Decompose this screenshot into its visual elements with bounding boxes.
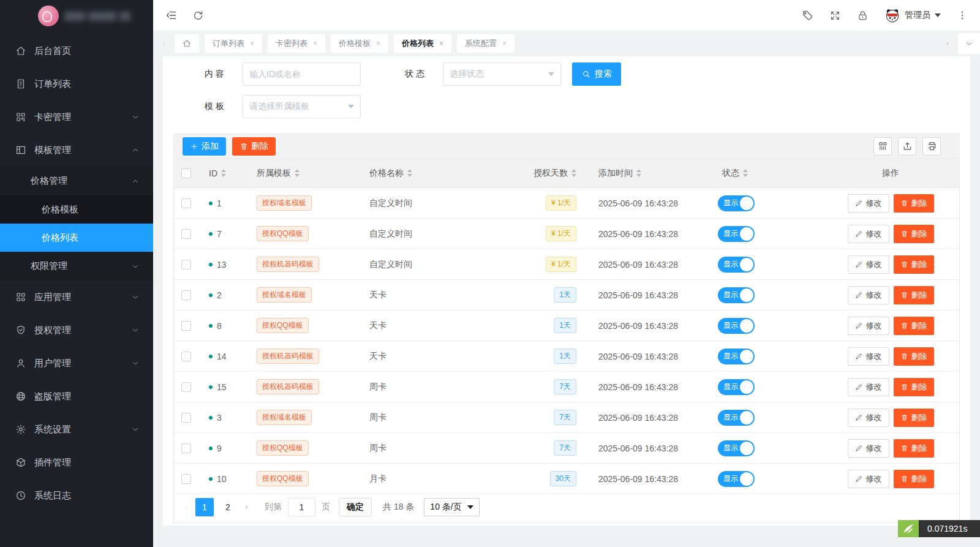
content-search-input[interactable]: [243, 62, 361, 86]
print-button[interactable]: [922, 137, 941, 156]
status-toggle[interactable]: 显示: [718, 471, 755, 487]
user-menu[interactable]: 管理员: [884, 7, 941, 23]
tab-card-list[interactable]: 卡密列表 ×: [268, 34, 325, 53]
kebab-menu-icon[interactable]: [957, 10, 968, 21]
modify-button[interactable]: 修改: [848, 225, 889, 243]
batch-delete-button[interactable]: 删除: [232, 137, 276, 156]
export-button[interactable]: [898, 137, 916, 156]
tab-order-list[interactable]: 订单列表 ×: [205, 34, 262, 53]
sidebar-item-plugin-mgmt[interactable]: 插件管理: [0, 446, 153, 479]
filter-columns-button[interactable]: [873, 137, 892, 156]
modify-button[interactable]: 修改: [848, 194, 889, 213]
status-toggle[interactable]: 显示: [718, 257, 755, 273]
status-toggle[interactable]: 显示: [718, 287, 755, 303]
modify-button[interactable]: 修改: [848, 378, 889, 396]
row-checkbox[interactable]: [181, 413, 191, 423]
tabs-scroll-left-icon[interactable]: [159, 39, 169, 48]
modify-button[interactable]: 修改: [848, 409, 889, 427]
column-header-days[interactable]: 授权天数: [533, 168, 568, 179]
sidebar-item-home[interactable]: 后台首页: [0, 34, 153, 67]
modify-button[interactable]: 修改: [848, 255, 889, 274]
close-icon[interactable]: ×: [439, 39, 443, 48]
sort-icon[interactable]: [221, 169, 226, 177]
fullscreen-icon[interactable]: [829, 10, 841, 21]
tabs-scroll-right-icon[interactable]: [943, 39, 952, 48]
sidebar-item-piracy-mgmt[interactable]: 盗版管理: [0, 380, 153, 413]
status-toggle[interactable]: 显示: [718, 349, 755, 364]
status-toggle[interactable]: 显示: [718, 195, 755, 211]
sidebar-item-card-mgmt[interactable]: 卡密管理: [0, 100, 153, 134]
row-checkbox[interactable]: [181, 352, 191, 361]
pagination-next-icon[interactable]: [242, 503, 251, 512]
column-header-time[interactable]: 添加时间: [598, 168, 633, 179]
sidebar-item-system-settings[interactable]: 系统设置: [0, 413, 153, 446]
delete-button[interactable]: 删除: [894, 225, 934, 243]
tab-price-template[interactable]: 价格模板 ×: [331, 34, 388, 53]
sidebar-item-system-logs[interactable]: 系统日志: [0, 479, 153, 512]
close-icon[interactable]: ×: [313, 39, 317, 48]
sort-icon[interactable]: [743, 169, 748, 177]
row-checkbox[interactable]: [181, 260, 191, 270]
modify-button[interactable]: 修改: [848, 347, 889, 366]
column-header-status[interactable]: 状态: [722, 168, 739, 179]
sidebar-item-price-mgmt[interactable]: 价格管理: [0, 167, 153, 195]
close-icon[interactable]: ×: [502, 39, 507, 48]
row-checkbox[interactable]: [181, 198, 191, 208]
column-header-name[interactable]: 价格名称: [369, 168, 404, 179]
tabs-dropdown-button[interactable]: [958, 33, 980, 54]
delete-button[interactable]: 删除: [894, 470, 934, 488]
row-checkbox[interactable]: [181, 443, 191, 453]
sidebar-item-orders[interactable]: 订单列表: [0, 67, 153, 100]
select-all-checkbox[interactable]: [181, 168, 191, 178]
row-checkbox[interactable]: [181, 382, 191, 392]
column-header-template[interactable]: 所属模板: [257, 168, 291, 179]
sidebar-item-app-mgmt[interactable]: 应用管理: [0, 281, 153, 314]
row-checkbox[interactable]: [181, 474, 191, 484]
goto-page-input[interactable]: [288, 498, 315, 516]
pagination-prev-icon[interactable]: [181, 503, 190, 512]
page-size-select[interactable]: 10 条/页: [424, 498, 479, 516]
row-checkbox[interactable]: [181, 290, 191, 300]
row-checkbox[interactable]: [181, 229, 191, 239]
sidebar-item-price-template[interactable]: 价格模板: [0, 195, 153, 224]
status-select[interactable]: 选择状态: [443, 62, 561, 86]
tab-system-config[interactable]: 系统配置 ×: [457, 34, 514, 53]
template-select[interactable]: 请选择所属模板: [243, 95, 361, 118]
delete-button[interactable]: 删除: [894, 439, 934, 458]
sidebar-item-user-mgmt[interactable]: 用户管理: [0, 347, 153, 380]
delete-button[interactable]: 删除: [894, 409, 934, 427]
row-checkbox[interactable]: [181, 321, 191, 331]
tab-price-list[interactable]: 价格列表 ×: [394, 34, 451, 53]
sort-icon[interactable]: [407, 169, 412, 177]
sidebar-item-auth-mgmt[interactable]: 授权管理: [0, 314, 153, 347]
lock-icon[interactable]: [857, 10, 869, 21]
sort-icon[interactable]: [636, 169, 641, 177]
status-toggle[interactable]: 显示: [718, 379, 755, 395]
confirm-button[interactable]: 确定: [339, 498, 372, 516]
add-button[interactable]: 添加: [183, 137, 226, 156]
tab-home[interactable]: [175, 34, 199, 53]
status-toggle[interactable]: 显示: [718, 318, 755, 334]
status-toggle[interactable]: 显示: [718, 410, 755, 426]
column-header-id[interactable]: ID: [209, 168, 217, 178]
delete-button[interactable]: 删除: [894, 317, 934, 335]
search-button[interactable]: 搜索: [572, 62, 621, 86]
modify-button[interactable]: 修改: [848, 286, 889, 304]
tag-icon[interactable]: [801, 9, 813, 21]
pagination-page-2[interactable]: 2: [219, 498, 237, 516]
status-toggle[interactable]: 显示: [718, 226, 755, 242]
delete-button[interactable]: 删除: [894, 378, 934, 396]
sort-icon[interactable]: [295, 169, 300, 177]
sort-icon[interactable]: [571, 169, 576, 177]
debug-trace-badge[interactable]: 0.071921s: [898, 520, 980, 537]
refresh-icon[interactable]: [192, 10, 204, 21]
collapse-sidebar-icon[interactable]: [165, 9, 178, 21]
modify-button[interactable]: 修改: [848, 439, 889, 458]
sidebar-item-perm-mgmt[interactable]: 权限管理: [0, 252, 153, 281]
modify-button[interactable]: 修改: [848, 317, 889, 335]
sidebar-item-price-list[interactable]: 价格列表: [0, 224, 153, 252]
status-toggle[interactable]: 显示: [718, 440, 755, 456]
delete-button[interactable]: 删除: [894, 286, 934, 304]
pagination-page-1[interactable]: 1: [195, 498, 214, 516]
modify-button[interactable]: 修改: [848, 470, 889, 488]
